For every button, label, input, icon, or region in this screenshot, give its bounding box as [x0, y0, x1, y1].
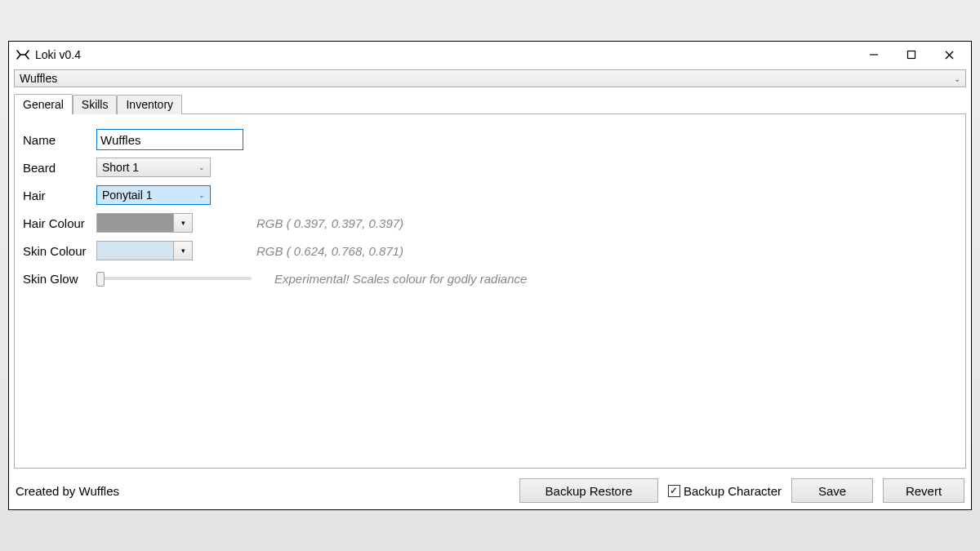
name-input[interactable]: [96, 129, 243, 150]
credit-text: Created by Wuffles: [16, 484, 119, 498]
hair-select[interactable]: Ponytail 1 ⌄: [96, 185, 211, 205]
button-label: Revert: [906, 484, 942, 498]
close-button[interactable]: [930, 42, 968, 67]
app-window: Loki v0.4 Wuffles ⌄ General Skills: [8, 41, 972, 510]
skin-glow-label: Skin Glow: [23, 272, 96, 286]
revert-button[interactable]: Revert: [883, 478, 964, 503]
tab-label: Inventory: [126, 98, 173, 111]
save-button[interactable]: Save: [791, 478, 873, 503]
backup-character-checkbox[interactable]: ✓ Backup Character: [668, 484, 782, 498]
skin-glow-hint: Experimental! Scales colour for godly ra…: [274, 272, 527, 286]
tab-skills[interactable]: Skills: [73, 95, 118, 114]
hair-colour-label: Hair Colour: [23, 216, 96, 230]
skin-colour-label: Skin Colour: [23, 244, 96, 258]
tab-label: Skills: [82, 98, 109, 111]
hair-colour-picker[interactable]: ▾: [96, 213, 193, 233]
skin-glow-slider[interactable]: [96, 277, 252, 280]
footer: Created by Wuffles Backup Restore ✓ Back…: [9, 473, 971, 509]
hair-colour-hint: RGB ( 0.397, 0.397, 0.397): [256, 216, 403, 230]
tab-inventory[interactable]: Inventory: [117, 95, 182, 114]
window-title: Loki v0.4: [35, 48, 81, 61]
button-label: Save: [818, 484, 846, 498]
app-icon: [16, 47, 30, 62]
titlebar: Loki v0.4: [9, 42, 971, 68]
name-label: Name: [23, 133, 96, 147]
character-select-value: Wuffles: [20, 72, 57, 85]
chevron-down-icon: ▾: [174, 214, 192, 232]
checkbox-label: Backup Character: [684, 484, 782, 498]
chevron-down-icon: ⌄: [198, 163, 205, 171]
hair-label: Hair: [23, 189, 96, 202]
skin-colour-swatch: [97, 242, 174, 260]
hair-select-value: Ponytail 1: [102, 189, 152, 202]
chevron-down-icon: ⌄: [954, 74, 960, 83]
backup-restore-button[interactable]: Backup Restore: [519, 478, 658, 503]
chevron-down-icon: ⌄: [198, 191, 205, 199]
minimize-button[interactable]: [855, 42, 893, 67]
skin-colour-hint: RGB ( 0.624, 0.768, 0.871): [256, 244, 403, 258]
tab-content-general: Name Beard Short 1 ⌄ Hair Ponytail 1 ⌄ H…: [14, 113, 966, 469]
checkbox-icon: ✓: [668, 485, 680, 497]
chevron-down-icon: ▾: [174, 242, 192, 260]
tab-label: General: [23, 98, 64, 111]
beard-label: Beard: [23, 161, 96, 175]
maximize-button[interactable]: [893, 42, 930, 67]
button-label: Backup Restore: [546, 484, 633, 498]
slider-thumb[interactable]: [96, 272, 105, 287]
desktop: Loki v0.4 Wuffles ⌄ General Skills: [0, 0, 980, 551]
hair-colour-swatch: [97, 214, 174, 232]
tabstrip: General Skills Inventory: [9, 92, 971, 113]
tab-general[interactable]: General: [14, 94, 73, 114]
svg-rect-1: [908, 51, 915, 59]
skin-colour-picker[interactable]: ▾: [96, 241, 193, 260]
beard-select-value: Short 1: [102, 161, 139, 174]
character-select[interactable]: Wuffles ⌄: [14, 69, 966, 87]
beard-select[interactable]: Short 1 ⌄: [96, 158, 211, 177]
